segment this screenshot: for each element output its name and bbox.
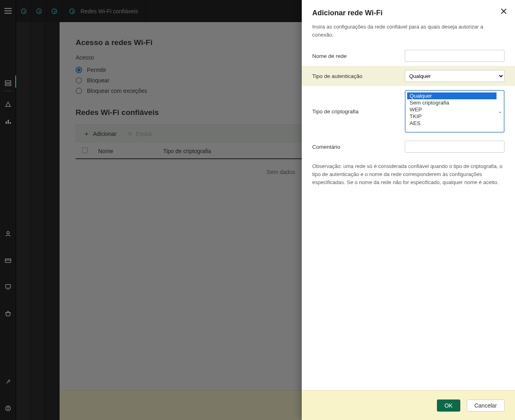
- add-wifi-panel: Adicionar rede Wi-Fi Insira as configura…: [302, 0, 515, 420]
- encryption-option[interactable]: Qualquer: [407, 92, 496, 99]
- radio-icon: [76, 77, 82, 84]
- svg-rect-6: [5, 259, 11, 262]
- panel-description: Insira as configurações da rede confiáve…: [302, 17, 515, 46]
- encryption-option[interactable]: WEP: [407, 106, 496, 113]
- svg-point-11: [7, 407, 9, 408]
- comment-input[interactable]: [405, 141, 505, 153]
- sub-rail-1: [16, 22, 31, 420]
- left-nav-rail: [0, 0, 16, 420]
- encryption-type-listbox[interactable]: QualquerSem criptografiaWEPTKIPAES: [405, 90, 505, 133]
- cancel-button[interactable]: Cancelar: [467, 400, 505, 412]
- sub-rail-2: [31, 22, 45, 420]
- play-circle-icon: [52, 8, 57, 14]
- rail-icon-monitor[interactable]: [4, 283, 12, 291]
- panel-note: Observação: uma rede só é considerada co…: [302, 157, 515, 192]
- svg-rect-8: [6, 285, 10, 288]
- top-tab-label: Redes Wi-Fi confiáveis: [80, 8, 138, 14]
- col-name[interactable]: Nome: [94, 143, 159, 159]
- svg-rect-2: [6, 121, 7, 124]
- add-button-label: Adicionar: [93, 131, 116, 137]
- sub-rail-3: [45, 22, 60, 420]
- network-name-input[interactable]: [405, 50, 505, 62]
- add-button[interactable]: ＋ Adicionar: [83, 131, 116, 137]
- top-tab-1[interactable]: [16, 0, 31, 22]
- ok-button[interactable]: OK: [437, 400, 460, 412]
- encryption-option[interactable]: AES: [407, 120, 496, 127]
- encryption-option[interactable]: TKIP: [407, 113, 496, 120]
- rail-icon-wrench[interactable]: [4, 378, 12, 385]
- network-name-label: Nome de rede: [312, 53, 401, 59]
- play-circle-icon: [21, 8, 27, 14]
- plus-icon: ＋: [83, 131, 90, 137]
- play-circle-icon: [36, 8, 42, 14]
- encryption-option[interactable]: Sem criptografia: [407, 99, 496, 106]
- checkbox-icon: [82, 148, 88, 153]
- radio-icon: [76, 67, 82, 73]
- row-encryption-type: Tipo de criptografia QualquerSem criptog…: [302, 86, 515, 137]
- svg-rect-4: [10, 122, 11, 124]
- panel-title: Adicionar rede Wi-Fi: [312, 9, 505, 17]
- menu-icon[interactable]: [4, 8, 12, 14]
- svg-rect-0: [5, 81, 11, 83]
- top-tab-2[interactable]: [31, 0, 47, 22]
- row-network-name: Nome de rede: [302, 46, 515, 66]
- radio-label: Bloquear: [87, 77, 109, 84]
- svg-rect-1: [5, 84, 11, 86]
- rail-icon-basket[interactable]: [4, 310, 12, 317]
- top-tab-active[interactable]: Redes Wi-Fi confiáveis: [62, 0, 146, 22]
- col-checkbox[interactable]: [76, 143, 94, 159]
- row-comment: Comentário: [302, 137, 515, 157]
- svg-point-5: [7, 232, 9, 234]
- radio-label: Permitir: [87, 67, 106, 73]
- delete-button[interactable]: ✕ Excluir: [128, 131, 152, 137]
- encryption-type-label: Tipo de criptografia: [312, 109, 401, 115]
- comment-label: Comentário: [312, 144, 401, 150]
- play-circle-icon: [69, 8, 75, 14]
- close-panel-button[interactable]: [500, 7, 508, 15]
- auth-type-label: Tipo de autenticação: [312, 73, 401, 79]
- radio-label: Bloquear com exceções: [87, 88, 147, 94]
- row-auth-type: Tipo de autenticação Qualquer: [302, 66, 515, 86]
- top-tab-3[interactable]: [47, 0, 62, 22]
- rail-icon-account[interactable]: [4, 405, 12, 412]
- close-icon: ✕: [128, 131, 132, 137]
- close-icon: [501, 8, 507, 14]
- col-encryption[interactable]: Tipo de criptografia: [159, 143, 317, 159]
- rail-icon-alert[interactable]: [4, 101, 12, 108]
- radio-icon: [76, 88, 82, 94]
- panel-footer: OK Cancelar: [302, 390, 515, 420]
- svg-rect-3: [8, 120, 9, 124]
- delete-button-label: Excluir: [136, 131, 152, 137]
- rail-icon-dashboard[interactable]: [4, 80, 12, 87]
- rail-icon-card[interactable]: [4, 257, 12, 264]
- rail-icon-stats[interactable]: [4, 118, 12, 125]
- rail-icon-users[interactable]: [4, 230, 12, 238]
- auth-type-select[interactable]: Qualquer: [405, 70, 505, 82]
